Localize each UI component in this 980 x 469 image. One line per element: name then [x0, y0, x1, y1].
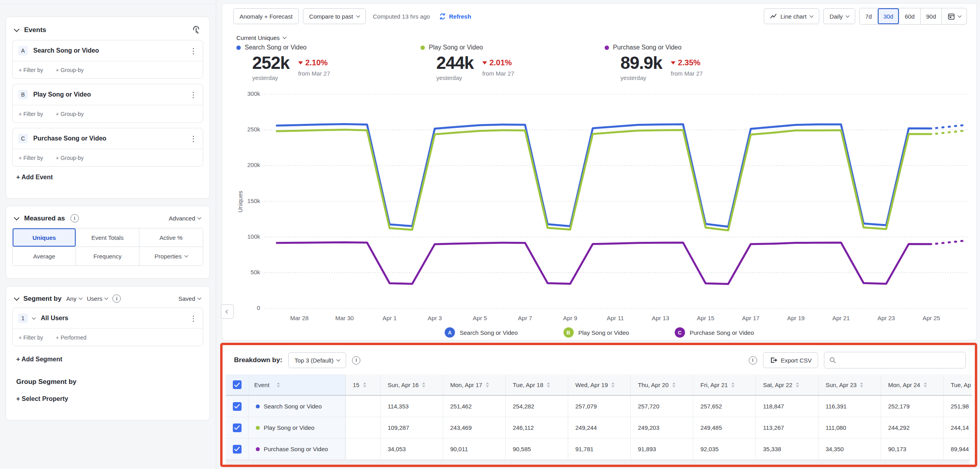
measured-as-options: UniquesEvent TotalsActive %AverageFreque… — [12, 228, 203, 266]
table-row[interactable]: Play Song or Video109,287243,469246,1122… — [226, 417, 972, 439]
kebab-menu-icon[interactable]: ⋮ — [190, 47, 197, 55]
collapse-sidebar-button[interactable] — [221, 304, 234, 319]
chevron-down-icon[interactable] — [14, 295, 19, 300]
segment-filter-by-button[interactable]: + Filter by — [19, 334, 43, 341]
column-header-date[interactable]: Mon, Apr 24 — [881, 374, 944, 395]
sort-icon[interactable] — [611, 382, 615, 387]
column-header-date[interactable]: Wed, Apr 19 — [568, 374, 631, 395]
horizontal-scrollbar[interactable] — [226, 460, 969, 465]
filter-by-button[interactable]: + Filter by — [19, 67, 43, 73]
segment-any-dropdown[interactable]: Any — [66, 295, 82, 302]
sort-icon[interactable] — [547, 382, 550, 387]
row-value-cell: 246,112 — [506, 417, 568, 438]
x-tick-label: Mar 30 — [325, 315, 363, 321]
column-header-date[interactable]: Tue, Apr 18 — [506, 374, 568, 395]
filter-by-button[interactable]: + Filter by — [19, 111, 43, 117]
column-header-date[interactable]: Sun, Apr 23 — [818, 374, 881, 395]
column-header-clipped[interactable]: 15 — [346, 374, 381, 395]
column-header-date[interactable]: Mon, Apr 17 — [443, 374, 506, 395]
legend-item[interactable]: CPurchase Song or Video — [675, 327, 754, 338]
row-event-cell[interactable]: Play Song or Video — [249, 417, 346, 438]
chevron-left-icon — [225, 310, 229, 313]
legend-item[interactable]: BPlay Song or Video — [563, 327, 629, 338]
breakdown-search-input[interactable] — [824, 352, 966, 368]
info-icon[interactable]: i — [70, 214, 79, 222]
sort-icon[interactable] — [363, 382, 366, 387]
column-header-date[interactable]: Sat, Apr 22 — [756, 374, 818, 395]
event-name[interactable]: Play Song or Video — [33, 91, 190, 98]
row-checkbox[interactable] — [233, 380, 242, 389]
sort-icon[interactable] — [486, 382, 489, 387]
info-icon[interactable]: i — [749, 356, 757, 365]
table-row[interactable]: Search Song or Video114,353251,462254,28… — [226, 396, 972, 417]
select-property-button[interactable]: + Select Property — [6, 395, 209, 403]
line-chart-plot[interactable] — [222, 4, 977, 341]
sort-icon[interactable] — [924, 382, 927, 387]
column-header-date[interactable]: Tue, Ap — [944, 374, 972, 395]
event-item-header[interactable]: BPlay Song or Video⋮ — [13, 84, 203, 105]
select-events-hand-icon[interactable] — [190, 25, 201, 35]
measured-option-active-[interactable]: Active % — [139, 228, 203, 247]
y-tick-label: 50k — [229, 269, 260, 275]
legend-label: Search Song or Video — [460, 329, 518, 336]
saved-dropdown[interactable]: Saved — [178, 295, 201, 302]
column-header-date[interactable]: Sun, Apr 16 — [381, 374, 443, 395]
event-item-header[interactable]: CPurchase Song or Video⋮ — [13, 128, 203, 149]
row-checkbox[interactable] — [233, 402, 242, 411]
advanced-dropdown[interactable]: Advanced — [169, 215, 201, 222]
event-name[interactable]: Search Song or Video — [33, 47, 190, 54]
row-event-cell[interactable]: Purchase Song or Video — [249, 439, 346, 460]
row-event-cell[interactable]: Search Song or Video — [249, 396, 346, 417]
column-header-event[interactable]: Event — [249, 374, 346, 395]
column-header-date[interactable]: Fri, Apr 21 — [693, 374, 756, 395]
export-csv-button[interactable]: Export CSV — [763, 352, 818, 368]
forecast-dotted-line-A — [936, 125, 966, 128]
info-icon[interactable]: i — [352, 356, 360, 365]
event-name[interactable]: Purchase Song or Video — [33, 135, 190, 142]
row-checkbox[interactable] — [233, 445, 242, 454]
breakdown-header: Breakdown by: Top 3 (Default) i i Export… — [234, 351, 966, 369]
chevron-down-icon[interactable] — [32, 315, 36, 319]
breakdown-section: Breakdown by: Top 3 (Default) i i Export… — [223, 345, 974, 466]
breakdown-selector-dropdown[interactable]: Top 3 (Default) — [288, 352, 346, 368]
sort-icon[interactable] — [796, 382, 799, 387]
group-by-button[interactable]: + Group-by — [56, 67, 84, 73]
forecast-dotted-line-C — [936, 241, 966, 244]
measured-option-event-totals[interactable]: Event Totals — [76, 228, 139, 247]
chart-card: Anomaly + Forecast Compare to past Compu… — [222, 3, 977, 340]
measured-option-frequency[interactable]: Frequency — [76, 247, 139, 266]
kebab-menu-icon[interactable]: ⋮ — [190, 315, 197, 322]
series-line-C[interactable] — [277, 242, 931, 284]
chevron-down-icon[interactable] — [14, 27, 19, 32]
x-tick-label: Apr 3 — [416, 315, 454, 321]
table-row[interactable]: Purchase Song or Video34,05390,01190,585… — [226, 439, 972, 460]
segment-performed-button[interactable]: + Performed — [56, 334, 86, 341]
sort-icon[interactable] — [731, 382, 735, 387]
measured-option-uniques[interactable]: Uniques — [13, 228, 76, 247]
measured-option-properties[interactable]: Properties — [139, 247, 203, 266]
series-line-B[interactable] — [277, 130, 931, 230]
column-header-date[interactable]: Thu, Apr 20 — [631, 374, 693, 395]
add-segment-button[interactable]: + Add Segment — [6, 356, 209, 363]
segment-name[interactable]: All Users — [41, 315, 190, 322]
legend-item[interactable]: ASearch Song or Video — [445, 327, 518, 338]
sort-icon[interactable] — [860, 382, 863, 387]
segment-users-dropdown[interactable]: Users — [87, 295, 108, 302]
add-event-button[interactable]: + Add Event — [6, 174, 209, 181]
filter-by-button[interactable]: + Filter by — [19, 155, 43, 161]
kebab-menu-icon[interactable]: ⋮ — [190, 135, 197, 142]
kebab-menu-icon[interactable]: ⋮ — [190, 91, 197, 99]
sort-icon[interactable] — [672, 382, 676, 387]
sort-icon[interactable] — [277, 382, 280, 387]
group-by-button[interactable]: + Group-by — [56, 155, 84, 161]
event-item-header[interactable]: ASearch Song or Video⋮ — [13, 40, 203, 61]
info-icon[interactable]: i — [112, 294, 121, 303]
chevron-down-icon[interactable] — [14, 215, 19, 220]
row-checkbox[interactable] — [233, 423, 242, 432]
row-value-cell: 249,485 — [693, 417, 756, 438]
series-line-A[interactable] — [277, 124, 931, 226]
group-by-button[interactable]: + Group-by — [56, 111, 84, 117]
sort-icon[interactable] — [422, 382, 425, 387]
legend-series-badge: C — [675, 327, 685, 338]
measured-option-average[interactable]: Average — [13, 247, 76, 266]
